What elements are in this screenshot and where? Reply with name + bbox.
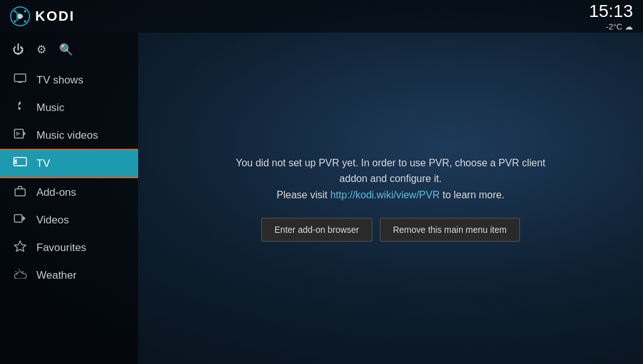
sidebar-item-tv[interactable]: TV: [0, 149, 138, 178]
sidebar-item-tv-shows[interactable]: TV shows: [0, 67, 138, 94]
settings-icon[interactable]: ⚙: [36, 43, 46, 56]
search-icon[interactable]: 🔍: [59, 43, 73, 56]
tv-label: TV: [36, 158, 50, 170]
sidebar-item-music-videos[interactable]: Music videos: [0, 122, 138, 149]
content-area: You did not set up PVR yet. In order to …: [138, 33, 643, 364]
tv-shows-label: TV shows: [36, 74, 84, 87]
top-bar: KODI 15:13 -2°C ☁: [0, 0, 643, 33]
pvr-message: You did not set up PVR yet. In order to …: [221, 155, 560, 203]
music-label: Music: [36, 102, 64, 114]
temperature: -2°C: [606, 22, 622, 32]
svg-rect-18: [15, 189, 25, 196]
sidebar-item-music[interactable]: Music: [0, 94, 138, 122]
svg-point-4: [24, 10, 26, 13]
addons-icon: [13, 185, 28, 200]
pvr-panel: You did not set up PVR yet. In order to …: [208, 142, 573, 255]
remove-main-menu-item-button[interactable]: Remove this main menu item: [380, 218, 520, 242]
sidebar: ⏻ ⚙ 🔍 TV shows Music Music: [0, 33, 138, 364]
sidebar-top-icons: ⏻ ⚙ 🔍: [0, 38, 138, 67]
weather-icon: ☁: [625, 22, 633, 32]
favourites-icon: [13, 240, 28, 255]
svg-marker-21: [14, 241, 26, 252]
music-icon: [13, 100, 28, 115]
tv-shows-icon: [13, 73, 28, 87]
weather-display: -2°C ☁: [589, 22, 633, 32]
svg-point-5: [14, 20, 16, 23]
videos-icon: [13, 213, 28, 227]
clock-display: 15:13: [589, 1, 633, 22]
sidebar-item-addons[interactable]: Add-ons: [0, 178, 138, 206]
pvr-link: http://kodi.wiki/view/PVR: [330, 190, 440, 200]
power-icon[interactable]: ⏻: [13, 43, 24, 56]
app-title: KODI: [35, 8, 75, 24]
svg-point-3: [14, 10, 16, 13]
kodi-logo-icon: [10, 6, 30, 26]
svg-rect-14: [14, 158, 26, 166]
enter-addon-browser-button[interactable]: Enter add-on browser: [261, 218, 372, 242]
sidebar-item-weather[interactable]: Weather: [0, 262, 138, 289]
favourites-label: Favourites: [36, 242, 86, 254]
tv-icon: [13, 157, 28, 170]
pvr-buttons: Enter add-on browser Remove this main me…: [221, 218, 560, 242]
addons-label: Add-ons: [36, 186, 76, 199]
svg-point-6: [24, 20, 26, 23]
svg-rect-7: [14, 74, 26, 82]
svg-marker-11: [23, 131, 26, 136]
main-content: ⏻ ⚙ 🔍 TV shows Music Music: [0, 33, 643, 364]
svg-point-2: [18, 14, 23, 19]
music-videos-icon: [13, 129, 28, 142]
svg-rect-19: [14, 215, 22, 222]
pvr-message-line1: You did not set up PVR yet. In order to …: [235, 158, 545, 185]
logo-area: KODI: [10, 6, 75, 26]
weather-label: Weather: [36, 269, 77, 282]
clock-weather: 15:13 -2°C ☁: [589, 1, 633, 31]
sidebar-item-favourites[interactable]: Favourites: [0, 233, 138, 262]
pvr-message-line2: Please visit http://kodi.wiki/view/PVR t…: [277, 190, 505, 200]
music-videos-label: Music videos: [36, 129, 98, 142]
videos-label: Videos: [36, 214, 69, 227]
weather-nav-icon: [13, 269, 28, 282]
sidebar-item-videos[interactable]: Videos: [0, 206, 138, 233]
svg-marker-20: [23, 216, 26, 221]
